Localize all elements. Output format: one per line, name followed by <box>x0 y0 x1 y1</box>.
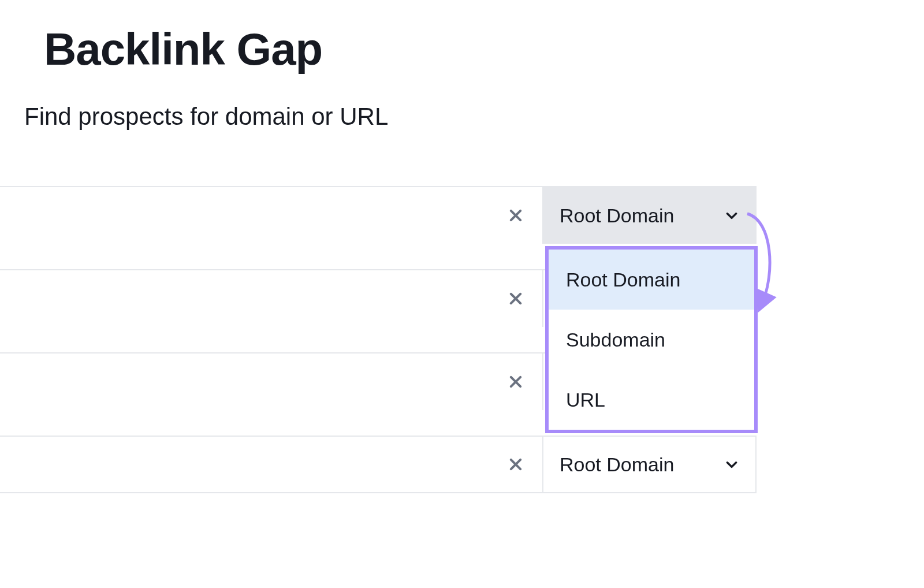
type-option-root-domain[interactable]: Root Domain <box>549 250 754 310</box>
page-subtitle: Find prospects for domain or URL <box>24 103 388 131</box>
type-option-label: Root Domain <box>566 269 680 291</box>
competitor-input-cell[interactable] <box>0 353 543 410</box>
close-icon <box>508 374 524 390</box>
competitor-input-cell[interactable] <box>0 270 543 327</box>
type-select[interactable]: Root Domain <box>543 187 755 244</box>
competitor-row: Root Domain <box>0 436 757 493</box>
chevron-down-icon <box>724 208 739 223</box>
competitor-input-cell[interactable] <box>0 437 543 492</box>
type-select-label: Root Domain <box>560 204 724 227</box>
type-dropdown[interactable]: Root Domain Subdomain URL <box>545 246 758 433</box>
type-select-label: Root Domain <box>560 453 724 476</box>
clear-input-button[interactable] <box>503 369 528 395</box>
type-option-label: Subdomain <box>566 329 665 351</box>
type-select[interactable]: Root Domain <box>543 437 755 492</box>
page-title: Backlink Gap <box>44 23 322 76</box>
close-icon <box>508 207 524 224</box>
competitor-row: Root Domain <box>0 186 757 244</box>
clear-input-button[interactable] <box>503 203 528 228</box>
clear-input-button[interactable] <box>503 452 528 477</box>
close-icon <box>508 456 524 472</box>
type-option-subdomain[interactable]: Subdomain <box>549 310 754 370</box>
competitor-input-cell[interactable] <box>0 187 543 244</box>
type-option-label: URL <box>566 389 605 411</box>
chevron-down-icon <box>724 457 739 472</box>
close-icon <box>508 291 524 307</box>
type-option-url[interactable]: URL <box>549 370 754 430</box>
clear-input-button[interactable] <box>503 286 528 311</box>
